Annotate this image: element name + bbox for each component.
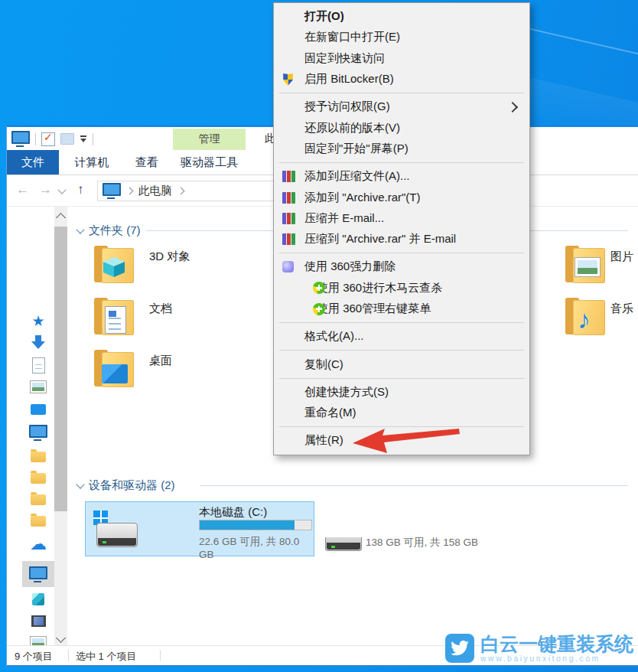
scroll-up-icon[interactable] — [56, 213, 66, 223]
customize-toolbar-arrow-icon[interactable] — [80, 135, 87, 142]
sidebar-desktop-icon[interactable] — [28, 400, 48, 419]
scrollbar-thumb[interactable] — [54, 227, 67, 511]
tile-local-disk-c[interactable]: 本地磁盘 (C:) 22.6 GB 可用, 共 80.0 GB — [85, 501, 314, 556]
menu-item-restore-versions[interactable]: 还原以前的版本(V) — [274, 117, 529, 138]
navigation-pane[interactable] — [7, 207, 77, 649]
sidebar-pinned-folder-icon[interactable] — [28, 510, 48, 530]
3d-objects-cube-icon — [32, 593, 44, 605]
tab-view[interactable]: 查看 — [123, 150, 171, 175]
tile-label[interactable]: 3D 对象 — [149, 250, 190, 264]
breadcrumb-this-pc[interactable]: 此电脑 — [138, 184, 172, 198]
forward-arrow-icon[interactable]: → — [39, 182, 52, 197]
pictures-icon — [30, 380, 47, 393]
back-arrow-icon[interactable]: ← — [16, 182, 29, 197]
sidebar-onedrive-cloud-icon[interactable] — [28, 534, 48, 554]
tile-label[interactable]: 文档 — [149, 302, 172, 316]
menu-item-rar-add-named[interactable]: 添加到 "Archive.rar"(T) — [274, 187, 529, 207]
tile-label[interactable]: 音乐 — [610, 302, 633, 316]
tile-documents[interactable] — [93, 295, 137, 338]
360-delete-icon — [282, 261, 294, 272]
sidebar-pinned-folder-icon[interactable] — [28, 445, 48, 465]
sidebar-this-pc-icon[interactable] — [28, 423, 48, 443]
tile-label[interactable]: 桌面 — [149, 354, 172, 368]
sidebar-downloads-arrow-icon[interactable] — [28, 332, 48, 352]
sidebar-pinned-folder-icon[interactable] — [28, 488, 48, 508]
360-icon — [313, 303, 325, 315]
chevron-down-icon — [76, 225, 84, 233]
menu-item-label: 固定到"开始"屏幕(P) — [304, 142, 409, 156]
tab-drive-tools[interactable]: 驱动器工具 — [173, 150, 246, 175]
menu-item-360-force-delete[interactable]: 使用 360强力删除 — [274, 256, 529, 277]
new-folder-icon[interactable] — [60, 133, 74, 145]
sidebar-pictures-icon[interactable] — [28, 377, 48, 396]
up-arrow-icon[interactable]: ↑ — [77, 182, 84, 197]
tile-music[interactable]: ♪ — [564, 295, 608, 338]
menu-item-open-new-window[interactable]: 在新窗口中打开(E) — [274, 27, 529, 47]
pinned-folder-icon — [31, 473, 46, 484]
properties-check-icon[interactable] — [41, 132, 55, 146]
rar-icon — [282, 213, 295, 224]
menu-item-copy[interactable]: 复制(C) — [274, 354, 529, 374]
drive-usage-text: 138 GB 可用, 共 158 GB — [366, 536, 478, 550]
sidebar-documents-icon[interactable] — [28, 355, 48, 375]
tile-pictures[interactable] — [564, 243, 608, 286]
videos-film-icon — [31, 615, 46, 627]
chevron-down-icon — [76, 480, 84, 488]
menu-item-give-access[interactable]: 授予访问权限(G) — [274, 96, 529, 117]
quick-access-toolbar — [11, 131, 93, 147]
group-divider — [200, 485, 628, 486]
menu-item-open[interactable]: 打开(O) — [274, 6, 529, 27]
menu-item-rar-mail[interactable]: 压缩并 E-mail... — [274, 208, 529, 229]
history-dropdown-icon[interactable] — [57, 185, 66, 194]
menu-separator — [279, 93, 524, 93]
tile-3d-objects[interactable] — [93, 243, 137, 286]
sidebar-scrollbar[interactable] — [54, 207, 67, 649]
disk-body — [96, 523, 138, 547]
menu-item-label: 压缩并 E-mail... — [304, 211, 384, 226]
sidebar-this-pc-icon-selected[interactable] — [28, 565, 48, 585]
breadcrumb-chevron-icon — [177, 188, 184, 195]
hard-drive-icon-partial[interactable] — [325, 537, 362, 551]
this-pc-icon — [11, 131, 30, 144]
hard-drive-icon — [93, 511, 138, 547]
menu-item-rar-add[interactable]: 添加到压缩文件(A)... — [274, 166, 529, 187]
menu-item-label: 使用 360强力删除 — [304, 259, 395, 274]
sidebar-3d-objects-cube-icon[interactable] — [28, 589, 48, 609]
tile-desktop[interactable] — [93, 347, 137, 390]
menu-item-label: 打开(O) — [304, 9, 344, 24]
scroll-down-icon[interactable] — [56, 633, 66, 643]
menu-item-format[interactable]: 格式化(A)... — [274, 326, 529, 347]
tile-label[interactable]: 图片 — [610, 250, 633, 264]
menu-item-rar-mail-named[interactable]: 压缩到 "Archive.rar" 并 E-mail — [274, 229, 529, 250]
menu-item-label: 创建快捷方式(S) — [304, 385, 389, 400]
menu-item-label: 复制(C) — [304, 357, 343, 372]
menu-item-360-manage-menu[interactable]: 使用 360管理右键菜单 — [274, 298, 529, 319]
menu-separator — [279, 253, 524, 253]
items-count: 9 个项目 — [15, 650, 53, 664]
menu-item-360-trojan-scan[interactable]: 使用 360进行木马云查杀 — [274, 278, 529, 298]
sidebar-pinned-folder-icon[interactable] — [28, 467, 48, 487]
documents-icon — [32, 357, 45, 374]
menu-item-label: 属性(R) — [304, 433, 343, 448]
menu-item-rename[interactable]: 重命名(M) — [274, 403, 529, 423]
music-note-icon: ♪ — [578, 305, 591, 334]
menu-item-enable-bitlocker[interactable]: 启用 BitLocker(B) — [274, 69, 529, 90]
group-header-folders[interactable]: 文件夹 (7) — [77, 223, 141, 238]
tab-computer[interactable]: 计算机 — [60, 150, 123, 175]
menu-item-label: 在新窗口中打开(E) — [304, 30, 400, 44]
menu-item-label: 还原以前的版本(V) — [304, 121, 400, 135]
drive-usage-bar — [199, 520, 312, 530]
context-menu: 打开(O)在新窗口中打开(E)固定到快速访问启用 BitLocker(B)授予访… — [273, 2, 530, 455]
watermark: 白云一键重装系统 www.baiyunxitong.com — [445, 634, 633, 663]
tab-file[interactable]: 文件 — [7, 150, 59, 175]
tab-manage-contextual[interactable]: 管理 — [173, 129, 246, 150]
menu-item-create-shortcut[interactable]: 创建快捷方式(S) — [274, 382, 529, 403]
desktop: 此电脑 管理 文件 计算机 查看 驱动器工具 ← → ↑ 此电脑 — [0, 0, 638, 672]
sidebar-videos-film-icon[interactable] — [28, 611, 48, 631]
menu-item-pin-quick-access[interactable]: 固定到快速访问 — [274, 48, 529, 69]
group-header-drives[interactable]: 设备和驱动器 (2) — [77, 478, 175, 493]
sidebar-quick-access-star-icon[interactable] — [28, 311, 48, 331]
menu-item-pin-start[interactable]: 固定到"开始"屏幕(P) — [274, 139, 529, 159]
this-pc-icon-selected — [29, 566, 47, 579]
group-label: 设备和驱动器 (2) — [89, 478, 175, 493]
